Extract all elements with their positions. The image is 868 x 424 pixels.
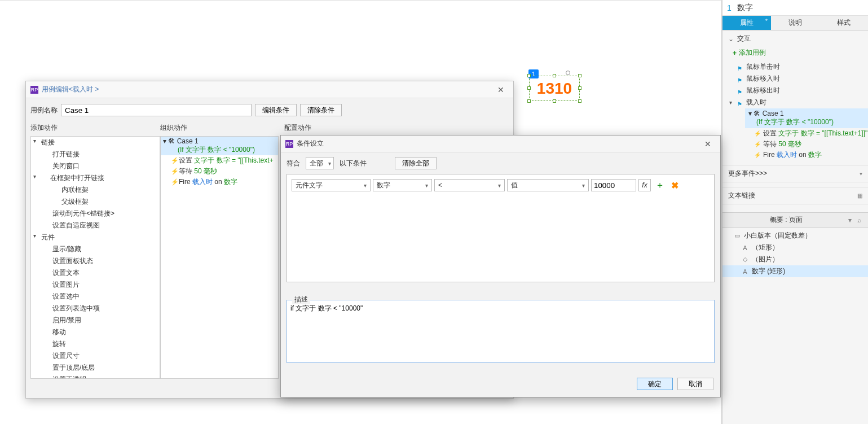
case-row[interactable]: ▾ 🛠 Case 1 (If 文字于 数字 < "10000") (161, 137, 278, 155)
case-editor-titlebar[interactable]: RP 用例编辑<载入时 > ✕ (26, 81, 513, 98)
action-node[interactable]: 设置 文字于 数字 = "[[This.text+1]]" (754, 128, 868, 139)
action-node[interactable]: Fire 载入时 on 数字 (754, 150, 868, 160)
tree-item[interactable]: 显示/隐藏 (31, 243, 160, 255)
image-icon: ◇ (742, 256, 748, 263)
text-link-row[interactable]: 文本链接▦ (722, 187, 868, 204)
case-editor-title: 用例编辑<载入时 > (42, 85, 99, 94)
outline-tree[interactable]: ▭小白版本（固定数差） A（矩形） ◇（图片） A数字 (矩形) (722, 228, 868, 279)
tree-item[interactable]: 在框架中打开链接 (31, 172, 160, 184)
tree-item[interactable]: 设置文本 (31, 267, 160, 279)
match-tail: 以下条件 (340, 159, 367, 168)
cancel-button[interactable]: 取消 (677, 378, 713, 390)
tree-item[interactable]: 移动 (31, 326, 160, 338)
resize-handles[interactable] (527, 74, 578, 99)
cond-value-input[interactable] (591, 179, 636, 191)
fx-button[interactable]: fx (638, 179, 651, 191)
tab-properties[interactable]: 属性* (722, 16, 771, 30)
delete-condition-icon[interactable]: ✖ (669, 180, 681, 191)
case-name-input[interactable] (61, 104, 252, 116)
tab-style[interactable]: 样式 (819, 16, 868, 30)
case-node[interactable]: ▾ 🛠 Case 1 (If 文字于 数字 < "10000") (745, 108, 868, 128)
configure-action-header: 配置动作 (284, 122, 509, 136)
condition-row: 元件文字▾ 数字▾ <▾ 值▾ fx ＋ ✖ (292, 179, 710, 191)
add-action-header: 添加动作 (30, 122, 160, 136)
organized-actions[interactable]: ▾ 🛠 Case 1 (If 文字于 数字 < "10000") 设置 文字于 … (160, 136, 279, 379)
tree-item[interactable]: 内联框架 (31, 184, 160, 196)
match-label: 符合 (287, 159, 300, 168)
event-mouse-leave[interactable]: 鼠标移出时 (722, 85, 868, 97)
condition-dialog: RP 条件设立 ✕ 符合 全部 以下条件 清除全部 元件文字▾ 数字▾ <▾ 值… (280, 135, 721, 397)
case-name-label: 用例名称 (30, 106, 58, 115)
tree-item[interactable]: 父级框架 (31, 196, 160, 208)
ok-button[interactable]: 确定 (637, 378, 673, 390)
tree-item[interactable]: 滚动到元件<锚链接> (31, 208, 160, 220)
action-row[interactable]: 设置 文字于 数字 = "[[This.text+ (161, 155, 278, 166)
outline-header: 概要 : 页面 ▾ ⌕ (722, 212, 868, 228)
inspector-panel: 1 数字 属性* 说明 样式 交互 添加用例 鼠标单击时 鼠标移入时 鼠标移出时… (722, 0, 868, 424)
tree-item[interactable]: 旋转 (31, 338, 160, 350)
tree-item[interactable]: 打开链接 (31, 148, 160, 160)
event-icon (737, 76, 743, 82)
outline-item[interactable]: A（矩形） (722, 242, 868, 253)
search-icon[interactable]: ⌕ (854, 216, 863, 224)
rect-icon: A (742, 244, 748, 251)
event-icon (737, 100, 743, 106)
outline-item[interactable]: ◇（图片） (722, 253, 868, 265)
description-label: 描述 (292, 295, 310, 304)
more-events[interactable]: 更多事件>>>▾ (722, 165, 868, 182)
tree-item[interactable]: 设置选中 (31, 291, 160, 303)
organize-action-header: 组织动作 (160, 122, 279, 136)
event-load[interactable]: 载入时 (722, 97, 868, 108)
tree-cat-links[interactable]: 链接 (31, 137, 160, 148)
page-index: 1 (727, 3, 732, 12)
condition-titlebar[interactable]: RP 条件设立 ✕ (281, 135, 720, 152)
inspector-tabs: 属性* 说明 样式 (722, 16, 868, 30)
page-icon: ▭ (734, 232, 741, 239)
add-case-link[interactable]: 添加用例 (722, 47, 868, 61)
condition-title: 条件设立 (297, 139, 324, 148)
clear-condition-button[interactable]: 清除条件 (300, 104, 342, 116)
tree-item[interactable]: 启用/禁用 (31, 314, 160, 326)
app-icon: RP (285, 140, 293, 148)
filter-icon[interactable]: ▾ (845, 216, 854, 224)
inspector-header: 1 数字 (722, 0, 868, 16)
cond-type-select[interactable]: 元件文字▾ (292, 179, 371, 191)
tree-item[interactable]: 关闭窗口 (31, 160, 160, 172)
tree-item[interactable]: 设置列表选中项 (31, 303, 160, 314)
event-icon (737, 88, 743, 94)
tab-notes[interactable]: 说明 (771, 16, 819, 30)
match-select[interactable]: 全部 (306, 157, 334, 169)
rect-icon: A (742, 268, 748, 275)
action-row[interactable]: Fire 载入时 on 数字 (161, 177, 278, 187)
clear-all-button[interactable]: 清除全部 (395, 157, 437, 169)
interactions-section[interactable]: 交互 (722, 30, 868, 47)
condition-list: 元件文字▾ 数字▾ <▾ 值▾ fx ＋ ✖ (287, 174, 715, 282)
cond-op-select[interactable]: <▾ (434, 179, 505, 191)
close-icon[interactable]: ✕ (493, 84, 509, 96)
app-icon: RP (30, 86, 38, 94)
outline-item-selected[interactable]: A数字 (矩形) (722, 265, 868, 277)
action-tree[interactable]: 链接 打开链接 关闭窗口 在框架中打开链接 内联框架 父级框架 滚动到元件<锚链… (30, 136, 160, 379)
tree-item[interactable]: 设置图片 (31, 279, 160, 291)
event-mouse-enter[interactable]: 鼠标移入时 (722, 73, 868, 85)
cond-widget-select[interactable]: 数字▾ (373, 179, 432, 191)
tree-item[interactable]: 设置尺寸 (31, 350, 160, 362)
description-textarea[interactable]: if 文字于 数字 < "10000" (287, 300, 715, 363)
cond-valtype-select[interactable]: 值▾ (507, 179, 589, 191)
outline-title: 概要 : 页面 (727, 215, 845, 225)
widget-name: 数字 (737, 3, 753, 13)
action-node[interactable]: 等待 50 毫秒 (754, 139, 868, 150)
tree-item[interactable]: 设置不透明 (31, 374, 160, 379)
edit-condition-button[interactable]: 编辑条件 (255, 104, 297, 116)
tree-item[interactable]: 置于顶层/底层 (31, 362, 160, 374)
add-condition-icon[interactable]: ＋ (653, 180, 667, 191)
tree-item[interactable]: 设置面板状态 (31, 255, 160, 267)
outline-item[interactable]: ▭小白版本（固定数差） (722, 230, 868, 242)
action-row[interactable]: 等待 50 毫秒 (161, 166, 278, 177)
tree-cat-widgets[interactable]: 元件 (31, 231, 160, 243)
tree-item[interactable]: 设置自适应视图 (31, 220, 160, 231)
close-icon[interactable]: ✕ (700, 138, 716, 150)
event-click[interactable]: 鼠标单击时 (722, 61, 868, 73)
event-icon (737, 64, 743, 70)
